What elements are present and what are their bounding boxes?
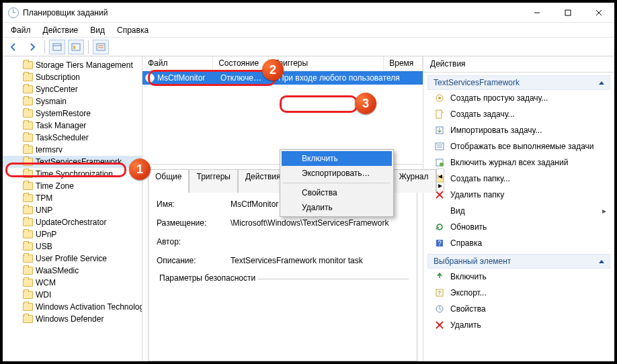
minimize-button[interactable] <box>522 3 552 23</box>
action-item[interactable]: ?Справка <box>427 235 610 251</box>
tab-triggers[interactable]: Триггеры <box>189 169 238 193</box>
svg-point-19 <box>440 163 444 167</box>
tree-item[interactable]: UNP <box>3 204 142 216</box>
svg-rect-7 <box>73 46 75 49</box>
chevron-right-icon: ▸ <box>602 206 606 216</box>
tree-item-label: USB <box>36 242 52 251</box>
actions-group-selected[interactable]: Выбранный элемент <box>427 254 610 269</box>
props-icon <box>434 304 445 314</box>
tree-item-label: Time Synchronization <box>36 169 113 179</box>
tree-item[interactable]: Time Synchronization <box>3 168 142 180</box>
tree-item[interactable]: Windows Defender <box>3 313 142 325</box>
action-item[interactable]: Вид▸ <box>427 203 610 219</box>
menu-action[interactable]: Действие <box>38 24 84 36</box>
action-item[interactable]: Удалить папку <box>427 187 610 203</box>
tree-item[interactable]: TaskScheduler <box>3 132 142 144</box>
tree-item[interactable]: SyncCenter <box>3 83 142 95</box>
tree-item-label: UPnP <box>36 230 56 239</box>
toolbar-button-2[interactable] <box>68 40 84 54</box>
nav-back-button[interactable] <box>5 40 22 54</box>
ctx-item-delete[interactable]: Удалить <box>282 200 392 215</box>
action-item[interactable]: Экспорт... <box>427 285 610 301</box>
tree-item[interactable]: Windows Activation Technologies <box>3 301 142 313</box>
tree-item[interactable]: UpdateOrchestrator <box>3 216 142 228</box>
tree-item-label: TaskScheduler <box>36 133 89 142</box>
ctx-item-export[interactable]: Экспортировать… <box>282 166 392 181</box>
col-name[interactable]: Файл <box>142 56 213 71</box>
toolbar-button-1[interactable] <box>49 40 65 54</box>
folder-icon <box>23 109 33 118</box>
folder-icon <box>23 170 33 178</box>
action-item-label: Включить журнал всех заданий <box>450 158 568 167</box>
tree-item[interactable]: User Profile Service <box>3 253 142 265</box>
tree-item[interactable]: UPnP <box>3 228 142 240</box>
tree-item[interactable]: WCM <box>3 277 142 289</box>
ctx-item-enable[interactable]: Включить <box>282 151 392 166</box>
tree-item-label: SyncCenter <box>36 85 78 94</box>
action-item-label: Экспорт... <box>450 288 487 298</box>
action-item[interactable]: Свойства <box>427 301 610 317</box>
tree-pane: Storage Tiers ManagementSubscriptionSync… <box>3 56 142 361</box>
svg-rect-1 <box>565 10 571 15</box>
close-button[interactable] <box>583 3 614 23</box>
folder-icon <box>23 279 33 287</box>
task-state: Отключе… <box>220 73 278 83</box>
blank-icon <box>434 206 445 216</box>
tree-item[interactable]: TPM <box>3 192 142 204</box>
action-item-label: Импортировать задачу... <box>450 126 542 135</box>
action-item[interactable]: Обновить <box>427 219 610 235</box>
list-icon <box>434 141 445 152</box>
folder-icon <box>23 73 33 81</box>
folder-icon <box>23 303 33 311</box>
tree-item[interactable]: Subscription <box>3 71 142 83</box>
action-item[interactable]: Создать папку... <box>427 171 610 187</box>
menu-view[interactable]: Вид <box>85 24 110 36</box>
action-item[interactable]: Создать простую задачу... <box>427 90 610 106</box>
menu-help[interactable]: Справка <box>112 24 154 36</box>
toolbar-button-3[interactable] <box>93 40 109 54</box>
nav-forward-button[interactable] <box>24 40 40 54</box>
tree-item[interactable]: WaaSMedic <box>3 265 142 277</box>
svg-rect-15 <box>436 143 444 150</box>
tree-item[interactable]: Task Manager <box>3 120 142 132</box>
task-row-selected[interactable]: MsCtfMonitor Отключе… При входе любого п… <box>142 71 423 85</box>
tree-item[interactable]: Time Zone <box>3 180 142 192</box>
folder-icon <box>23 134 33 142</box>
tree-item-label: Windows Defender <box>36 314 104 324</box>
tree-item[interactable]: Sysmain <box>3 95 142 107</box>
col-trigger[interactable]: Триггеры <box>269 56 384 71</box>
action-item[interactable]: Включить журнал всех заданий <box>427 154 610 171</box>
maximize-button[interactable] <box>552 3 583 23</box>
svg-rect-4 <box>53 44 61 50</box>
action-item[interactable]: Включить <box>427 269 610 285</box>
action-item[interactable]: Отображать все выполняемые задачи <box>427 138 610 154</box>
action-item[interactable]: Создать задачу... <box>427 106 610 122</box>
folder-icon <box>23 255 33 263</box>
tree-item[interactable]: USB <box>3 240 142 253</box>
menu-file[interactable]: Файл <box>5 24 36 36</box>
tree-item[interactable]: TextServicesFramework <box>3 156 142 168</box>
tree-item[interactable]: SystemRestore <box>3 107 142 120</box>
tree-item[interactable]: Storage Tiers Management <box>3 59 142 71</box>
actions-group-folder[interactable]: TextServicesFramework <box>427 75 610 90</box>
tree-item-label: Task Manager <box>36 121 86 130</box>
label-description: Описание: <box>157 256 231 265</box>
ctx-item-properties[interactable]: Свойства <box>282 185 392 200</box>
tree-item-label: WCM <box>36 278 56 287</box>
tab-scroll[interactable]: ◂ ▸ <box>436 169 444 192</box>
tree-item-label: Storage Tiers Management <box>36 60 133 70</box>
folder-icon <box>23 315 33 323</box>
action-item[interactable]: Удалить <box>427 317 610 333</box>
refresh-icon <box>434 222 445 232</box>
tree-item[interactable]: WDI <box>3 289 142 301</box>
tree-item[interactable]: termsrv <box>3 144 142 156</box>
tab-history[interactable]: Журнал <box>392 169 436 193</box>
task-trigger: При входе любого пользователя <box>278 73 405 83</box>
action-item[interactable]: Импортировать задачу... <box>427 122 610 138</box>
tab-general[interactable]: Общие <box>148 169 189 193</box>
titlebar: Планировщик заданий <box>3 3 614 23</box>
new-icon <box>434 109 445 120</box>
col-time[interactable]: Время <box>384 56 423 71</box>
folder-icon <box>23 230 33 238</box>
col-state[interactable]: Состояние <box>213 56 268 71</box>
